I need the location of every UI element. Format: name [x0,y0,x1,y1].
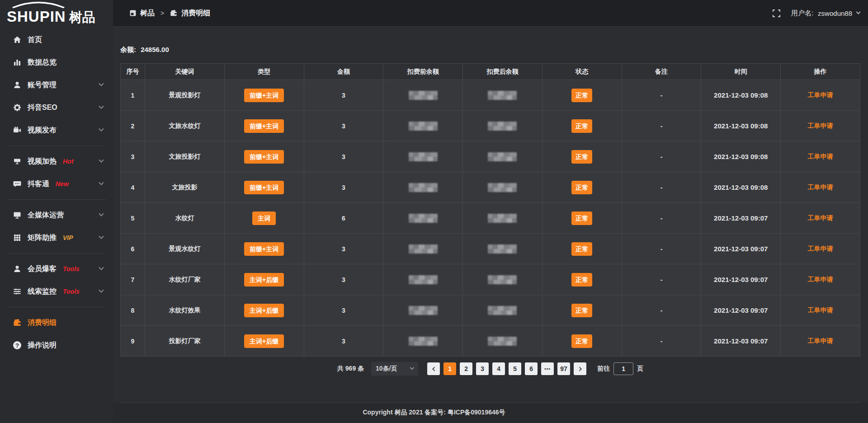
sidebar-item-label: 视频加热 [28,157,57,166]
cell-balance-after [463,295,542,326]
cell-amount: 3 [304,172,383,203]
cell-remark: - [622,111,701,141]
goto-page-input[interactable] [613,362,633,375]
sidebar-item-home[interactable]: 首页 [0,28,113,51]
table-header-row: 序号 关键词 类型 金额 扣费前余额 扣费后余额 状态 备注 时间 操作 [121,64,860,80]
cell-keyword: 文旅水纹灯 [145,111,225,141]
sidebar-item-douketong[interactable]: 抖客通 New [0,173,113,195]
page-button-3[interactable]: 3 [476,362,489,375]
ticket-request-link[interactable]: 工单申请 [808,122,833,129]
chevron-down-icon [99,212,104,216]
cell-time: 2021-12-03 09:07 [701,264,781,295]
logo: SHUPIN 树品 [0,0,113,28]
ticket-request-link[interactable]: 工单申请 [808,245,833,252]
sidebar-item-label: 数据总览 [28,58,57,67]
next-page-button[interactable] [574,362,586,375]
cell-keyword: 水纹灯厂家 [145,264,225,295]
cell-amount: 3 [304,141,383,172]
ticket-request-link[interactable]: 工单申请 [808,276,833,283]
cell-remark: - [622,203,701,234]
ticket-request-link[interactable]: 工单申请 [808,214,833,221]
page-button-2[interactable]: 2 [460,362,472,375]
col-header-balance-after: 扣费后余额 [463,64,542,80]
sidebar-item-video-publish[interactable]: 视频发布 [0,119,113,141]
ticket-request-link[interactable]: 工单申请 [808,306,833,314]
sidebar-item-clue-monitor[interactable]: 线索监控 Tools [0,280,113,303]
cell-balance-before [383,326,463,357]
cell-balance-after [463,172,542,203]
cell-status: 正常 [542,264,622,295]
more-pages-button[interactable]: ••• [541,362,554,375]
grid-icon [13,233,22,242]
cell-balance-before [383,234,463,264]
cell-time: 2021-12-03 09:07 [701,234,781,264]
sidebar-item-consumption-detail[interactable]: 消费明细 [0,311,113,334]
redacted-balance-before [409,122,438,131]
chevron-down-icon[interactable] [856,9,861,14]
redacted-balance-after [488,306,517,315]
question-circle-icon: ? [13,341,22,350]
cell-keyword: 水纹灯效果 [145,295,225,326]
sidebar-item-label: 全媒体运营 [28,211,64,220]
ticket-request-link[interactable]: 工单申请 [808,153,833,160]
cell-status: 正常 [542,111,622,141]
redacted-balance-after [488,91,517,100]
prev-page-button[interactable] [427,362,440,375]
chevron-right-icon [577,367,582,371]
page-button-6[interactable]: 6 [525,362,538,375]
table-row: 4 文旅投影 前缀+主词 3 正常 - 2021-12-03 09:08 工单申… [121,172,860,203]
page-button-97[interactable]: 97 [557,362,570,375]
cell-type: 前缀+主词 [224,234,304,264]
sidebar-item-member-baoke[interactable]: 会员爆客 Tools [0,258,113,280]
cell-balance-before [383,80,463,111]
cell-type: 前缀+主词 [224,111,304,141]
status-badge: 正常 [571,150,592,164]
cell-type: 前缀+主词 [224,172,304,203]
ticket-request-link[interactable]: 工单申请 [808,91,833,99]
cell-time: 2021-12-03 09:08 [701,80,781,111]
vip-tag: VIP [63,234,73,241]
sidebar-item-label: 消费明细 [28,318,57,328]
cell-remark: - [622,80,701,111]
cell-amount: 3 [304,234,383,264]
redacted-balance-before [409,306,438,315]
member-icon [13,264,22,273]
page-size-select[interactable]: 10条/页 [371,362,418,376]
cell-balance-after [463,264,542,295]
table-row: 8 水纹灯效果 主词+后缀 3 正常 - 2021-12-03 09:07 工单… [121,295,860,326]
cell-index: 2 [121,111,145,141]
cell-balance-after [463,203,542,234]
col-header-status: 状态 [542,64,622,80]
username[interactable]: zswodun88 [818,9,852,17]
col-header-keyword: 关键词 [145,64,225,80]
sidebar-item-instructions[interactable]: ? 操作说明 [0,334,113,357]
cell-amount: 3 [304,264,383,295]
sidebar-item-data-overview[interactable]: 数据总览 [0,51,113,74]
table-row: 9 投影灯厂家 主词+后缀 3 正常 - 2021-12-03 09:07 工单… [121,326,860,357]
cell-keyword: 水纹灯 [145,203,225,234]
bar-chart-icon [13,58,22,67]
sidebar-item-label: 矩阵助推 [28,233,57,243]
cell-time: 2021-12-03 09:08 [701,141,781,172]
breadcrumb: 树品 > 消费明细 [130,9,210,18]
wallet-icon [13,318,22,327]
sidebar-item-video-heat[interactable]: 视频加热 Hot [0,150,113,173]
type-badge: 前缀+主词 [244,150,284,164]
page-button-1[interactable]: 1 [443,362,456,375]
sidebar-item-matrix-boost[interactable]: 矩阵助推 VIP [0,226,113,249]
ticket-request-link[interactable]: 工单申请 [808,183,833,191]
ticket-request-link[interactable]: 工单申请 [808,337,833,344]
cell-amount: 3 [304,326,383,357]
redacted-balance-before [409,152,438,161]
cell-type: 前缀+主词 [224,80,304,111]
cell-action: 工单申请 [781,264,860,295]
cell-time: 2021-12-03 09:08 [701,111,781,141]
page-button-5[interactable]: 5 [509,362,521,375]
sidebar-item-all-media[interactable]: 全媒体运营 [0,204,113,226]
sidebar-item-douyin-seo[interactable]: 抖音SEO [0,96,113,119]
page-button-4[interactable]: 4 [492,362,505,375]
fullscreen-icon[interactable] [773,9,780,17]
cell-balance-before [383,141,463,172]
breadcrumb-root[interactable]: 树品 [140,9,155,18]
sidebar-item-account-management[interactable]: 账号管理 [0,74,113,96]
